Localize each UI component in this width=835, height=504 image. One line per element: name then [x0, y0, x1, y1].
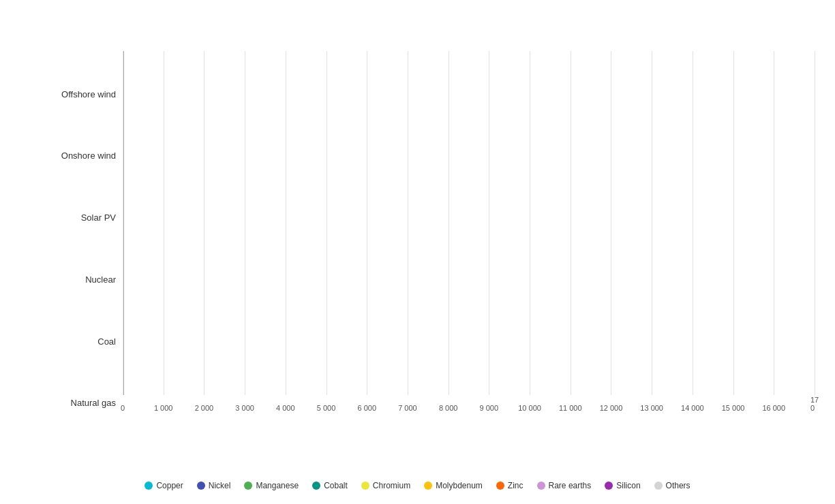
x-axis-label: 3 000: [235, 404, 254, 412]
legend: CopperNickelManganeseCobaltChromiumMolyb…: [0, 474, 835, 497]
bar-label: Onshore wind: [7, 151, 116, 161]
x-axis-label: 10 000: [518, 404, 541, 412]
x-axis-label: 4 000: [276, 404, 295, 412]
x-axis-labels: 01 0002 0003 0004 0005 0006 0007 0008 00…: [123, 395, 815, 415]
legend-label: Molybdenum: [436, 481, 483, 490]
legend-item-manganese: Manganese: [244, 481, 299, 490]
legend-color-dot: [244, 482, 252, 490]
x-axis-label: 17 0: [810, 396, 819, 412]
x-axis-label: 1 000: [154, 404, 173, 412]
chart-area: Offshore windOnshore windSolar PVNuclear…: [123, 51, 815, 395]
bar-row: Nuclear: [123, 261, 815, 298]
legend-color-dot: [605, 482, 613, 490]
legend-color-dot: [537, 482, 545, 490]
bar-label: Offshore wind: [7, 89, 116, 99]
legend-label: Zinc: [508, 481, 523, 490]
x-axis-label: 16 000: [762, 404, 785, 412]
bars-area: Offshore windOnshore windSolar PVNuclear…: [123, 51, 815, 395]
bar-label: Nuclear: [7, 274, 116, 285]
legend-item-zinc: Zinc: [496, 481, 523, 490]
x-axis-label: 14 000: [681, 404, 704, 412]
bar-row: Coal: [123, 323, 815, 360]
x-axis-label: 5 000: [317, 404, 336, 412]
x-axis-label: 15 000: [722, 404, 745, 412]
legend-color-dot: [145, 482, 153, 490]
bar-row: Solar PV: [123, 199, 815, 236]
legend-item-molybdenum: Molybdenum: [424, 481, 483, 490]
x-axis-label: 13 000: [640, 404, 663, 412]
legend-label: Rare earths: [549, 481, 592, 490]
bar-label: Solar PV: [7, 212, 116, 223]
bar-row: Onshore wind: [123, 137, 815, 174]
legend-label: Nickel: [209, 481, 231, 490]
legend-color-dot: [197, 482, 205, 490]
legend-label: Chromium: [373, 481, 410, 490]
legend-label: Silicon: [616, 481, 640, 490]
legend-item-chromium: Chromium: [361, 481, 410, 490]
legend-item-copper: Copper: [145, 481, 183, 490]
legend-color-dot: [496, 482, 504, 490]
x-axis-label: 9 000: [480, 404, 499, 412]
legend-item-cobalt: Cobalt: [312, 481, 348, 490]
legend-color-dot: [361, 482, 369, 490]
grid-line: [815, 51, 815, 395]
legend-color-dot: [424, 482, 432, 490]
bar-label: Coal: [7, 336, 116, 347]
x-axis-label: 2 000: [195, 404, 214, 412]
x-axis-label: 11 000: [559, 404, 582, 412]
legend-label: Manganese: [256, 481, 299, 490]
legend-color-dot: [654, 482, 663, 490]
legend-item-rare-earths: Rare earths: [537, 481, 592, 490]
x-axis-label: 0: [121, 404, 125, 412]
x-axis-label: 7 000: [398, 404, 417, 412]
legend-color-dot: [312, 482, 320, 490]
legend-label: Others: [666, 481, 690, 490]
legend-item-others: Others: [654, 481, 690, 490]
bar-row: Offshore wind: [123, 76, 815, 113]
x-axis-label: 12 000: [600, 404, 623, 412]
legend-label: Cobalt: [324, 481, 348, 490]
legend-label: Copper: [156, 481, 183, 490]
legend-item-silicon: Silicon: [605, 481, 640, 490]
x-axis-label: 6 000: [357, 404, 376, 412]
x-axis-label: 8 000: [439, 404, 458, 412]
chart-container: Offshore windOnshore windSolar PVNuclear…: [0, 14, 835, 422]
legend-item-nickel: Nickel: [197, 481, 231, 490]
bar-label: Natural gas: [7, 398, 116, 408]
